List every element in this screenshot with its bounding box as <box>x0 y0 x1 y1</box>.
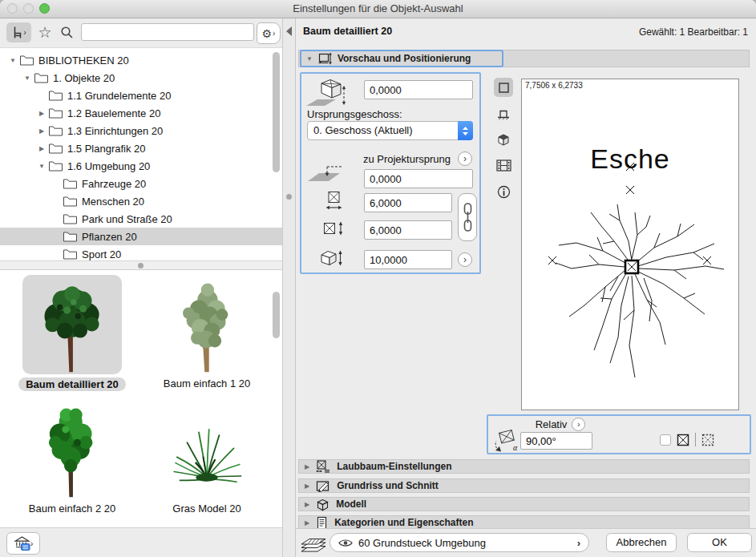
section-bar-vorschau[interactable]: ▼ Vorschau und Positionierung <box>298 50 750 67</box>
dialog-footer: 60 Grundstueck Umgebung › Abbrechen OK <box>296 528 756 557</box>
tree-item-grundelemente[interactable]: 1.1 Grundelemente 20 <box>0 87 282 104</box>
tree-item-bibliotheken[interactable]: ▼ BIBLIOTHEKEN 20 <box>0 51 282 69</box>
chevron-right-icon: › <box>23 28 26 37</box>
base-height-input[interactable] <box>364 80 473 99</box>
tree-item-umgebung[interactable]: ▼ 1.6 Umgebung 20 <box>0 157 282 175</box>
tree-item-label: 1.6 Umgebung 20 <box>67 160 150 172</box>
to-project-origin-button[interactable]: › <box>458 151 472 166</box>
disclosure-right-icon[interactable]: ▶ <box>37 145 46 152</box>
tree-item-einrichtungen[interactable]: ▶ 1.3 Einrichtungen 20 <box>0 122 282 139</box>
disclosure-down-icon[interactable]: ▼ <box>37 163 46 170</box>
svg-text:α: α <box>513 443 518 452</box>
relativ-options-button[interactable]: › <box>572 418 585 431</box>
tree-item-label: Pflanzen 20 <box>82 231 137 243</box>
select-stepper-icon <box>458 121 473 140</box>
section-bar-laubbaum-einstellungen[interactable]: ▶ Laubbaum-Einstellungen <box>298 459 750 474</box>
disclosure-down-icon: ▼ <box>306 55 313 63</box>
rotation-angle-input[interactable] <box>520 432 592 450</box>
library-manager-button[interactable]: › <box>6 532 40 555</box>
tree-item-menschen[interactable]: Menschen 20 <box>0 192 282 210</box>
offset-input[interactable] <box>364 169 473 188</box>
plan-section-icon <box>316 480 330 492</box>
section-bar-modell[interactable]: ▶ Modell <box>298 497 750 511</box>
search-input[interactable] <box>81 23 254 41</box>
ok-button[interactable]: OK <box>687 533 752 552</box>
layer-name: 60 Grundstueck Umgebung <box>358 537 572 549</box>
disclosure-down-icon[interactable]: ▼ <box>22 75 32 82</box>
folder-icon <box>49 143 63 154</box>
preview-info-button[interactable] <box>494 182 513 201</box>
object-height-input[interactable] <box>364 250 452 269</box>
tree-item-park-und-strasse[interactable]: Park und Straße 20 <box>0 210 282 228</box>
home-story-value: 0. Geschoss (Aktuell) <box>313 124 413 136</box>
favorites-button[interactable]: ☆ <box>34 22 55 42</box>
tree-simple-1-image <box>160 280 253 374</box>
cancel-button[interactable]: Abbrechen <box>606 533 677 552</box>
folder-icon <box>49 91 63 101</box>
tree-item-fahrzeuge[interactable]: Fahrzeuge 20 <box>0 175 282 192</box>
disclosure-right-icon: ▶ <box>305 501 309 508</box>
disclosure-right-icon[interactable]: ▶ <box>37 127 46 135</box>
chain-link-icon <box>462 202 473 232</box>
preview-elevation-button[interactable] <box>494 104 513 123</box>
thumbnail-baum-detailliert[interactable] <box>22 275 122 374</box>
mirror-solid-icon[interactable] <box>677 434 689 446</box>
minimize-window-button[interactable] <box>23 3 34 14</box>
collapse-left-triangle-icon[interactable] <box>286 26 292 36</box>
folder-icon <box>63 179 77 189</box>
thumbnail-baum-einfach-2[interactable] <box>22 400 122 499</box>
object-parameters-icon <box>316 460 330 473</box>
section-header-vorschau[interactable]: ▼ Vorschau und Positionierung <box>300 50 503 67</box>
height-options-button[interactable]: › <box>458 252 472 267</box>
object-width-input[interactable] <box>364 193 452 212</box>
mirror-checkbox[interactable] <box>660 434 671 446</box>
preview-2d-plan-button[interactable] <box>494 78 513 97</box>
thumbnails-scrollbar-thumb[interactable] <box>273 292 280 338</box>
titlebar: Einstellungen für die Objekt-Auswahl <box>0 0 756 18</box>
tree-item-sport[interactable]: Sport 20 <box>0 245 282 260</box>
tree-item-pflanzen[interactable]: Pflanzen 20 <box>0 228 282 245</box>
mirror-dashed-icon[interactable] <box>701 434 714 446</box>
star-icon: ☆ <box>38 23 51 42</box>
disclosure-right-icon[interactable]: ▶ <box>37 110 46 117</box>
thumbnail-baum-einfach-1[interactable] <box>157 275 257 374</box>
disclosure-right-icon: ▶ <box>305 482 309 490</box>
tree-item-plangrafik[interactable]: ▶ 1.5 Plangrafik 20 <box>0 139 282 157</box>
folder-view-button[interactable]: › <box>6 22 31 42</box>
folder-icon <box>34 73 48 83</box>
tree-scrollbar-thumb[interactable] <box>273 52 280 172</box>
offset-to-story-icon <box>306 165 343 184</box>
preview-animation-button[interactable] <box>494 155 513 175</box>
panel-splitter[interactable] <box>0 260 282 270</box>
close-window-button[interactable] <box>7 3 18 14</box>
layer-selector[interactable]: 60 Grundstueck Umgebung › <box>329 533 589 552</box>
panel-divider[interactable] <box>282 18 296 557</box>
plan-view-icon <box>499 83 509 93</box>
preview-3d-button[interactable] <box>494 130 513 149</box>
splitter-handle-dot <box>138 263 144 268</box>
film-strip-icon <box>496 159 511 172</box>
link-dimensions-button[interactable] <box>458 193 477 241</box>
chair-icon <box>11 26 23 39</box>
tree-item-bauelemente[interactable]: ▶ 1.2 Bauelemente 20 <box>0 104 282 122</box>
base-height-icon <box>305 78 349 110</box>
section-bar-grundriss-und-schnitt[interactable]: ▶ Grundriss und Schnitt <box>298 478 750 493</box>
thumbnail-gras-model[interactable] <box>157 400 257 499</box>
tree-item-label: 1.2 Bauelemente 20 <box>67 107 160 119</box>
chevron-right-icon: › <box>577 537 580 549</box>
tree-plan-drawing <box>524 180 737 408</box>
home-story-select[interactable]: 0. Geschoss (Aktuell) <box>307 121 473 140</box>
tree-item-label: 1.3 Einrichtungen 20 <box>67 125 163 137</box>
zoom-window-button[interactable] <box>39 3 50 14</box>
tree-item-objekte[interactable]: ▼ 1. Objekte 20 <box>0 69 282 87</box>
settings-menu-button[interactable]: ⚙ › <box>257 22 281 44</box>
object-thumbnail-grid: Baum detailliert 20 Baum einfach 1 20 Ba… <box>0 270 282 527</box>
positioning-fields-group: Ursprungsgeschoss: 0. Geschoss (Aktuell)… <box>300 72 481 274</box>
mirror-controls <box>660 433 714 446</box>
disclosure-down-icon[interactable]: ▼ <box>8 57 18 64</box>
library-tree: ▼ BIBLIOTHEKEN 20 ▼ 1. Objekte 20 1.1 Gr… <box>0 47 282 260</box>
grass-image <box>160 405 253 499</box>
object-depth-input[interactable] <box>364 220 452 240</box>
section-title: Vorschau und Positionierung <box>338 53 471 64</box>
search-button[interactable] <box>57 22 76 42</box>
